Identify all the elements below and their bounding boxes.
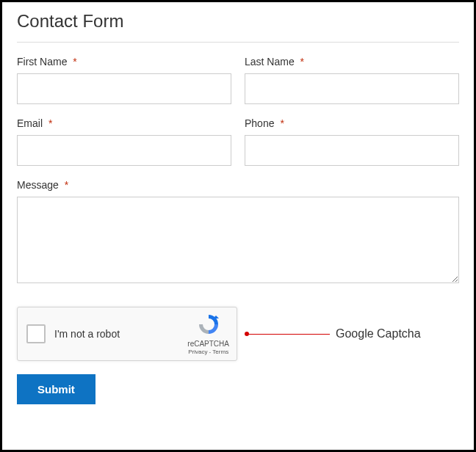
- recaptcha-label: I'm not a robot: [54, 328, 187, 340]
- phone-label: Phone *: [245, 117, 459, 129]
- field-last-name: Last Name *: [245, 56, 459, 104]
- annotation-label: Google Captcha: [336, 327, 421, 340]
- recaptcha-icon: [197, 313, 220, 336]
- recaptcha-links[interactable]: Privacy - Terms: [187, 349, 229, 356]
- last-name-input[interactable]: [245, 73, 459, 104]
- recaptcha-checkbox[interactable]: [26, 324, 46, 343]
- label-text: Message: [17, 179, 59, 191]
- field-first-name: First Name *: [17, 56, 231, 104]
- recaptcha-brand: reCAPTCHA: [187, 340, 229, 349]
- last-name-label: Last Name *: [245, 56, 459, 68]
- label-text: First Name: [17, 56, 67, 68]
- field-message: Message *: [17, 179, 459, 286]
- field-email: Email *: [17, 117, 231, 166]
- required-marker: *: [280, 117, 284, 129]
- required-marker: *: [73, 56, 76, 68]
- divider: [17, 42, 459, 43]
- email-input[interactable]: [17, 135, 231, 166]
- label-text: Email: [17, 117, 43, 129]
- row-contact: Email * Phone *: [17, 117, 459, 166]
- row-name: First Name * Last Name *: [17, 56, 459, 104]
- phone-input[interactable]: [245, 135, 459, 166]
- email-label: Email *: [17, 117, 231, 129]
- submit-button[interactable]: Submit: [17, 374, 95, 404]
- captcha-row: I'm not a robot reCAPTCHA Privacy - Term…: [17, 307, 459, 361]
- recaptcha-widget: I'm not a robot reCAPTCHA Privacy - Term…: [17, 307, 237, 361]
- field-phone: Phone *: [245, 117, 459, 166]
- recaptcha-branding: reCAPTCHA Privacy - Terms: [187, 313, 229, 355]
- first-name-input[interactable]: [17, 73, 231, 104]
- first-name-label: First Name *: [17, 56, 231, 68]
- label-text: Last Name: [245, 56, 295, 68]
- form-title: Contact Form: [17, 11, 459, 32]
- required-marker: *: [48, 117, 52, 129]
- annotation: Google Captcha: [245, 327, 421, 340]
- message-textarea[interactable]: [17, 197, 459, 283]
- contact-form-frame: Contact Form First Name * Last Name * Em…: [0, 0, 476, 452]
- label-text: Phone: [245, 117, 274, 129]
- required-marker: *: [300, 56, 304, 68]
- message-label: Message *: [17, 179, 459, 191]
- required-marker: *: [65, 179, 68, 191]
- annotation-line-icon: [249, 334, 330, 335]
